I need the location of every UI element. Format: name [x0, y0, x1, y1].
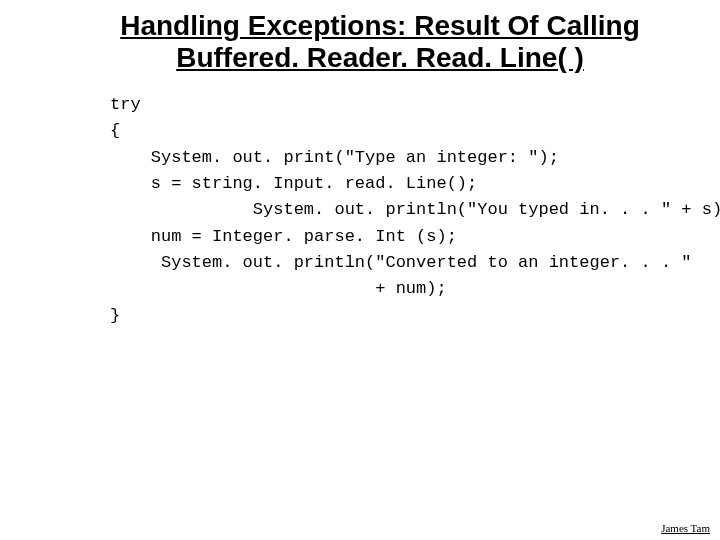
code-line: s = string. Input. read. Line();	[110, 174, 477, 193]
slide: Handling Exceptions: Result Of Calling B…	[0, 0, 720, 540]
title-line-2: Buffered. Reader. Read. Line( )	[176, 42, 584, 73]
code-line: }	[110, 306, 120, 325]
code-line: System. out. print("Type an integer: ");	[110, 148, 559, 167]
code-line: num = Integer. parse. Int (s);	[110, 227, 457, 246]
slide-title: Handling Exceptions: Result Of Calling B…	[70, 10, 690, 74]
footer-author: James Tam	[661, 522, 710, 534]
code-line: System. out. println("You typed in. . . …	[110, 200, 720, 219]
code-block: try { System. out. print("Type an intege…	[110, 92, 680, 329]
title-line-1: Handling Exceptions: Result Of Calling	[120, 10, 640, 41]
code-line: System. out. println("Converted to an in…	[110, 253, 692, 272]
code-line: + num);	[110, 279, 447, 298]
code-line: try	[110, 95, 141, 114]
code-line: {	[110, 121, 120, 140]
